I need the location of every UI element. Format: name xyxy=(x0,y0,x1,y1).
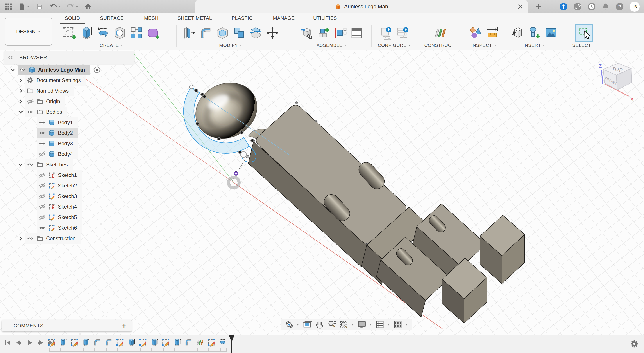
step-back-icon[interactable] xyxy=(15,339,22,346)
chevron-down-icon[interactable] xyxy=(9,66,16,73)
tab-plastic[interactable]: PLASTIC xyxy=(232,15,253,21)
activate-component-radio[interactable] xyxy=(93,66,101,74)
timeline-mirror-icon[interactable] xyxy=(195,338,204,347)
new-tab-icon[interactable] xyxy=(535,3,542,10)
shell-icon[interactable] xyxy=(215,26,230,40)
timeline-sketch-icon[interactable] xyxy=(161,338,170,347)
inspect-menu[interactable]: INSPECT xyxy=(463,43,504,48)
help-icon[interactable] xyxy=(616,3,624,11)
browser-item-sketch1[interactable]: Sketch1 xyxy=(37,170,82,180)
home-icon[interactable] xyxy=(84,3,92,11)
orbit-caret-icon[interactable] xyxy=(296,322,300,326)
new-component-icon[interactable] xyxy=(316,26,331,40)
browser-item-body3[interactable]: Body3 xyxy=(37,138,78,149)
job-status-update-icon[interactable] xyxy=(559,3,568,11)
display-settings-icon[interactable] xyxy=(357,320,367,329)
construction-plane-icon[interactable] xyxy=(432,26,448,40)
sketch-overlay[interactable] xyxy=(184,85,290,188)
comments-bar[interactable]: COMMENTS + xyxy=(2,320,132,331)
timeline-settings-gear-icon[interactable] xyxy=(630,339,639,348)
step-forward-icon[interactable] xyxy=(37,339,44,346)
eye-icon[interactable] xyxy=(38,119,46,126)
timeline-revolve-icon[interactable] xyxy=(218,338,227,347)
sketch-origin-point[interactable] xyxy=(234,171,238,175)
eye-icon[interactable] xyxy=(27,108,34,116)
press-pull-icon[interactable] xyxy=(182,26,196,40)
sketch-open-point[interactable] xyxy=(189,85,193,89)
viewports-caret-icon[interactable] xyxy=(404,322,408,326)
move-copy-icon[interactable] xyxy=(265,26,280,40)
browser-item-sketch3[interactable]: Sketch3 xyxy=(37,191,82,202)
workspace-selector[interactable]: DESIGN xyxy=(5,18,52,46)
go-to-start-icon[interactable] xyxy=(4,339,12,346)
derive-icon[interactable] xyxy=(510,26,525,40)
browser-item-named-views[interactable]: Named Views xyxy=(17,86,74,96)
create-menu[interactable]: CREATE xyxy=(62,43,162,48)
pattern-icon[interactable] xyxy=(129,26,144,40)
browser-header[interactable]: BROWSER — xyxy=(4,51,134,64)
revolve-icon[interactable] xyxy=(96,26,110,40)
timeline-extrude-icon[interactable] xyxy=(58,338,68,347)
timeline-sketch-icon[interactable] xyxy=(116,338,124,347)
eye-icon[interactable] xyxy=(38,130,46,137)
assemble-menu[interactable]: ASSEMBLE xyxy=(295,43,368,48)
play-icon[interactable] xyxy=(26,339,33,346)
lego-man-body[interactable] xyxy=(248,102,525,323)
browser-item-construction[interactable]: Construction xyxy=(17,233,81,244)
grid-settings-icon[interactable] xyxy=(375,320,385,329)
eye-off-icon[interactable] xyxy=(38,193,46,200)
timeline-fillet-icon[interactable] xyxy=(104,338,113,347)
notifications-bell-icon[interactable] xyxy=(602,3,610,11)
configuration-table-icon[interactable] xyxy=(395,26,410,40)
tab-solid[interactable]: SOLID xyxy=(65,15,80,21)
configure-design-icon[interactable] xyxy=(378,26,394,40)
hole-icon[interactable] xyxy=(112,26,127,40)
close-tab-icon[interactable] xyxy=(517,3,524,10)
chevron-right-icon[interactable] xyxy=(17,235,24,242)
browser-item-sketch6[interactable]: Sketch6 xyxy=(37,223,82,233)
eye-off-icon[interactable] xyxy=(38,203,46,210)
timeline-sketch-icon[interactable] xyxy=(47,338,56,347)
browser-collapse-icon[interactable] xyxy=(7,54,14,61)
display-dimensions-icon[interactable] xyxy=(485,26,500,40)
avatar[interactable]: TN xyxy=(630,2,640,12)
browser-item-body4[interactable]: Body4 xyxy=(37,149,78,159)
timeline-extrude-icon[interactable] xyxy=(81,338,90,347)
modeling-viewport[interactable]: BROWSER — Armless Lego Man Document Sett… xyxy=(0,51,644,334)
browser-item-sketches[interactable]: Sketches xyxy=(17,159,73,170)
measure-icon[interactable] xyxy=(468,26,483,40)
timeline-playhead[interactable] xyxy=(228,335,235,353)
tab-mesh[interactable]: MESH xyxy=(144,15,158,21)
modify-menu[interactable]: MODIFY xyxy=(180,43,282,48)
timeline-fillet-icon[interactable] xyxy=(184,338,193,347)
fillet-icon[interactable] xyxy=(198,26,213,40)
eye-off-icon[interactable] xyxy=(38,151,46,158)
chevron-right-icon[interactable] xyxy=(17,77,24,84)
insert-canvas-icon[interactable] xyxy=(544,26,558,40)
joint-icon[interactable] xyxy=(332,26,348,40)
zoom-icon[interactable] xyxy=(327,320,336,329)
pan-icon[interactable] xyxy=(314,320,324,329)
view-cube[interactable]: TOP FRONT Z X xyxy=(590,59,642,103)
eye-off-icon[interactable] xyxy=(38,172,46,179)
eye-icon[interactable] xyxy=(27,235,34,242)
look-at-icon[interactable] xyxy=(302,320,312,329)
combine-icon[interactable] xyxy=(232,26,246,40)
eye-off-icon[interactable] xyxy=(27,98,34,105)
redo-caret-icon[interactable] xyxy=(76,5,78,8)
undo-icon[interactable] xyxy=(49,3,57,11)
timeline-sketch-icon[interactable] xyxy=(138,338,148,347)
tab-sheet-metal[interactable]: SHEET METAL xyxy=(178,15,212,21)
browser-item-sketch5[interactable]: Sketch5 xyxy=(37,212,82,223)
browser-minimize-icon[interactable]: — xyxy=(123,55,129,60)
insert-derive-icon[interactable] xyxy=(299,26,314,40)
timeline-fillet-icon[interactable] xyxy=(92,338,102,347)
browser-item-document-settings[interactable]: Document Settings xyxy=(17,75,86,86)
chevron-down-icon[interactable] xyxy=(17,161,24,168)
chevron-right-icon[interactable] xyxy=(17,87,24,94)
sketch-control-points[interactable] xyxy=(194,89,254,154)
insert-fastener-icon[interactable] xyxy=(527,26,542,40)
browser-item-sketch2[interactable]: Sketch2 xyxy=(37,180,82,191)
eye-off-icon[interactable] xyxy=(38,182,46,189)
chevron-down-icon[interactable] xyxy=(17,108,24,116)
